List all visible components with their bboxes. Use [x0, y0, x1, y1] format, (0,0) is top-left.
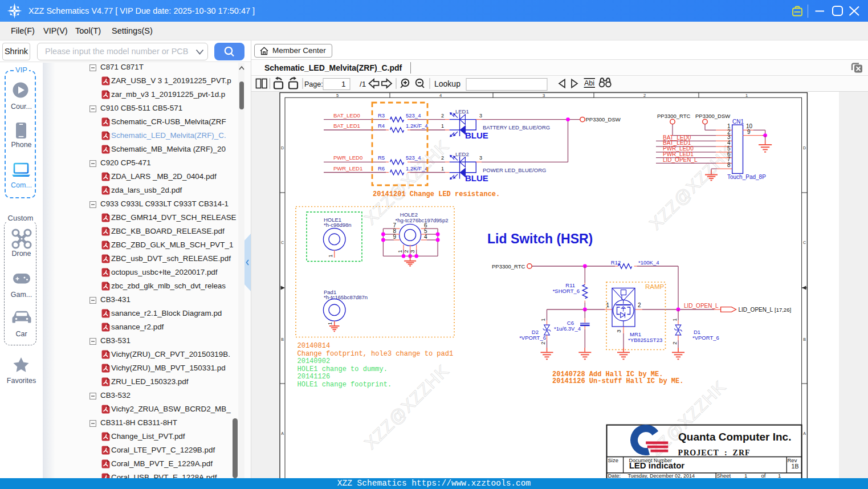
svg-text:1: 1: [540, 318, 546, 321]
svg-text:Size: Size: [608, 457, 618, 463]
svg-text:Page:: Page:: [304, 80, 323, 88]
svg-text:1: 1: [671, 318, 678, 321]
svg-text:20140902: 20140902: [298, 357, 331, 365]
svg-text:B: B: [803, 337, 806, 341]
svg-text:Tuesday, December 02, 2014: Tuesday, December 02, 2014: [627, 473, 695, 479]
svg-text:*VPORT_6: *VPORT_6: [519, 335, 546, 341]
svg-text:R5: R5: [378, 154, 385, 161]
svg-text:A: A: [803, 431, 806, 435]
svg-text:Sheet: Sheet: [716, 472, 731, 479]
svg-text:3: 3: [409, 250, 415, 252]
svg-text:B: B: [281, 337, 284, 341]
svg-text:LID_OPEN_L: LID_OPEN_L: [739, 307, 773, 313]
svg-text:*h-c98d98n: *h-c98d98n: [324, 222, 352, 228]
svg-text:PP3300_RTC: PP3300_RTC: [657, 113, 691, 119]
svg-text:BAT_LED0: BAT_LED0: [333, 112, 360, 119]
svg-text:D: D: [803, 146, 806, 150]
svg-text:4: 4: [439, 93, 442, 98]
svg-text:PP3300_DSW: PP3300_DSW: [695, 113, 730, 119]
svg-text:20141201 Change LED resistance: 20141201 Change LED resistance.: [373, 190, 500, 198]
svg-text:R3: R3: [378, 112, 385, 119]
svg-text:*hg-tc276bc197d95p2: *hg-tc276bc197d95p2: [396, 217, 449, 223]
svg-text:3: 3: [479, 113, 482, 119]
svg-text:LED indicator: LED indicator: [629, 461, 685, 470]
svg-text:8: 8: [727, 162, 731, 168]
svg-text:LED1: LED1: [455, 108, 469, 115]
svg-text:1: 1: [744, 472, 747, 479]
svg-text:Rev: Rev: [788, 457, 797, 463]
svg-text:Abi: Abi: [584, 79, 594, 87]
svg-text:2: 2: [671, 341, 678, 344]
svg-text:9: 9: [393, 234, 396, 240]
svg-text:[17,26]: [17,26]: [775, 307, 791, 313]
svg-text:C: C: [803, 241, 806, 244]
svg-text:C: C: [281, 241, 284, 244]
svg-text:*YB8251ST23: *YB8251ST23: [628, 337, 662, 343]
svg-text:3: 3: [616, 329, 622, 332]
svg-text:523_4: 523_4: [406, 112, 421, 119]
svg-text:PP3300_RTC: PP3300_RTC: [492, 263, 525, 270]
svg-text:of: of: [761, 472, 766, 479]
svg-text:523_4: 523_4: [406, 154, 421, 161]
svg-text:2: 2: [638, 302, 641, 308]
svg-text:1: 1: [441, 123, 444, 129]
svg-text:BLUE: BLUE: [465, 173, 488, 183]
svg-text:Change footprint, hole3 change: Change footprint, hole3 change to pad1: [298, 350, 454, 358]
svg-text:1: 1: [327, 254, 333, 257]
svg-text:20141126 Un-stuff Hall IC by M: 20141126 Un-stuff Hall IC by ME.: [552, 377, 683, 385]
svg-text:BLUE: BLUE: [465, 131, 488, 140]
svg-text:3: 3: [479, 155, 482, 161]
svg-text:R12: R12: [611, 259, 621, 266]
svg-text:Lookup: Lookup: [434, 79, 461, 88]
svg-text:1: 1: [778, 472, 781, 479]
svg-text:Quanta Computer Inc.: Quanta Computer Inc.: [678, 431, 791, 443]
svg-text:LID_OPEN_L: LID_OPEN_L: [684, 303, 719, 309]
svg-text:2: 2: [403, 250, 409, 252]
svg-text:MR1: MR1: [630, 331, 641, 337]
svg-text:LID_OPEN_L: LID_OPEN_L: [663, 157, 698, 163]
svg-text:PWR_LED0: PWR_LED0: [333, 154, 362, 161]
svg-text:HOLE1 change to dummy.: HOLE1 change to dummy.: [298, 365, 388, 373]
svg-text:1.2K/F_4: 1.2K/F_4: [406, 165, 428, 172]
svg-text:CN1: CN1: [732, 119, 744, 125]
svg-text:2: 2: [643, 93, 646, 98]
svg-text:Lid Switch (HSR): Lid Switch (HSR): [487, 231, 593, 246]
svg-text:*VPORT_6: *VPORT_6: [692, 335, 719, 341]
svg-text:LED2: LED2: [455, 151, 469, 157]
svg-text:D: D: [281, 146, 284, 150]
svg-text:PP3300_DSW: PP3300_DSW: [586, 116, 621, 123]
svg-text:2: 2: [441, 155, 444, 161]
svg-text:1: 1: [327, 322, 333, 325]
svg-text:R4: R4: [378, 123, 385, 129]
svg-text:BAT_LED1: BAT_LED1: [333, 123, 360, 129]
svg-text:20141126: 20141126: [298, 373, 331, 381]
svg-text:Date:: Date:: [608, 472, 621, 479]
svg-text:1: 1: [341, 80, 346, 88]
svg-text:1.2K/F_4: 1.2K/F_4: [406, 123, 428, 129]
svg-text:R6: R6: [378, 165, 385, 172]
svg-text:*100K_4: *100K_4: [638, 259, 659, 266]
svg-text:1: 1: [441, 166, 444, 172]
svg-text:*SHORT_6: *SHORT_6: [553, 288, 580, 294]
svg-text:1: 1: [397, 250, 403, 252]
svg-text:BATTERY LED_BLUE/ORG: BATTERY LED_BLUE/ORG: [483, 124, 550, 131]
svg-text:POWER LED_BLUE/ORG: POWER LED_BLUE/ORG: [483, 167, 546, 173]
svg-text:20140814: 20140814: [298, 342, 331, 350]
svg-text:/1: /1: [360, 80, 366, 88]
svg-text:1B: 1B: [792, 463, 799, 470]
svg-text:PWR_LED1: PWR_LED1: [333, 165, 362, 172]
svg-text:Touch_Pad_8P: Touch_Pad_8P: [727, 174, 766, 180]
svg-text:2: 2: [441, 113, 444, 119]
svg-text:5: 5: [336, 93, 339, 98]
svg-text:PROJECT : ZRF: PROJECT : ZRF: [678, 449, 751, 457]
svg-text:A: A: [281, 431, 284, 435]
svg-text:HOLE1 change footprint.: HOLE1 change footprint.: [298, 381, 392, 389]
svg-text:2: 2: [540, 341, 546, 344]
svg-text:1: 1: [745, 93, 748, 98]
svg-text:*1u/6.3V_4: *1u/6.3V_4: [554, 325, 581, 332]
svg-text:9: 9: [747, 129, 751, 135]
svg-text:3: 3: [543, 93, 545, 98]
svg-text:RAMP: RAMP: [645, 283, 665, 290]
svg-text:4: 4: [424, 234, 427, 240]
